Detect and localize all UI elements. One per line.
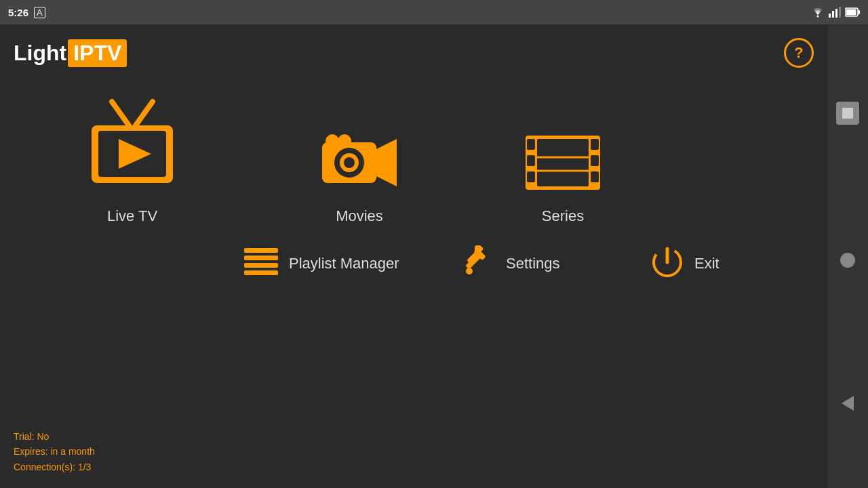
series-label: Series [542, 207, 584, 225]
svg-rect-4 [839, 7, 841, 18]
svg-point-38 [466, 268, 473, 274]
svg-rect-2 [832, 11, 834, 18]
svg-rect-24 [527, 155, 535, 166]
svg-line-10 [136, 102, 153, 125]
playlist-manager-label: Playlist Manager [289, 255, 399, 272]
svg-rect-33 [244, 263, 278, 268]
expires-status: Expires: in a month [14, 444, 95, 459]
status-time: 5:26 [8, 7, 28, 18]
circle-button[interactable] [840, 253, 855, 268]
help-button[interactable]: ? [784, 38, 814, 68]
nav-bar [827, 24, 868, 488]
svg-line-9 [112, 102, 129, 125]
movies-icon [319, 129, 400, 199]
keyboard-icon: A [34, 7, 45, 18]
live-tv-label: Live TV [107, 207, 157, 225]
svg-rect-31 [244, 248, 278, 253]
settings-label: Settings [506, 255, 560, 272]
svg-point-17 [344, 157, 355, 168]
back-button[interactable] [842, 396, 854, 411]
series-button[interactable]: Series [468, 129, 658, 225]
svg-rect-23 [527, 139, 535, 150]
exit-label: Exit [694, 255, 719, 272]
live-tv-button[interactable]: Live TV [14, 88, 251, 225]
logo-iptv: IPTV [68, 39, 127, 67]
svg-point-18 [326, 134, 339, 148]
status-bar-left: 5:26 A [8, 7, 45, 18]
status-bar-right [811, 7, 860, 18]
svg-rect-6 [846, 9, 856, 16]
svg-rect-8 [842, 108, 853, 119]
status-bar: 5:26 A [0, 0, 868, 24]
logo: Light IPTV [14, 39, 127, 67]
logo-light: Light [14, 41, 66, 66]
playlist-manager-button[interactable]: Playlist Manager [244, 247, 461, 281]
svg-rect-28 [591, 171, 599, 182]
signal-icon [829, 7, 841, 18]
svg-rect-3 [835, 9, 837, 18]
movies-button[interactable]: Movies [251, 129, 468, 225]
playlist-icon [244, 247, 278, 281]
exit-button[interactable]: Exit [651, 246, 773, 281]
svg-rect-22 [537, 139, 589, 186]
settings-icon [461, 245, 495, 282]
series-icon [522, 129, 604, 199]
square-button[interactable] [836, 102, 859, 125]
svg-marker-20 [376, 139, 397, 186]
settings-button[interactable]: Settings [461, 245, 624, 282]
main-content: Light IPTV ? [0, 24, 827, 488]
svg-point-19 [338, 134, 351, 148]
connections-status: Connection(s): 1/3 [14, 460, 95, 474]
svg-rect-26 [591, 139, 599, 150]
wifi-icon [811, 7, 825, 18]
trial-status: Trial: No [14, 429, 95, 444]
svg-point-0 [817, 16, 819, 18]
svg-rect-32 [244, 256, 278, 260]
battery-icon [845, 7, 860, 17]
svg-rect-1 [829, 14, 831, 18]
svg-rect-27 [591, 155, 599, 166]
svg-rect-34 [244, 270, 278, 275]
question-mark-icon: ? [794, 44, 803, 62]
header: Light IPTV ? [14, 38, 814, 68]
movies-label: Movies [336, 207, 383, 225]
status-info: Trial: No Expires: in a month Connection… [14, 429, 95, 474]
svg-rect-25 [527, 171, 535, 182]
svg-rect-7 [859, 10, 861, 14]
exit-icon [651, 246, 684, 281]
live-tv-icon [78, 88, 186, 199]
